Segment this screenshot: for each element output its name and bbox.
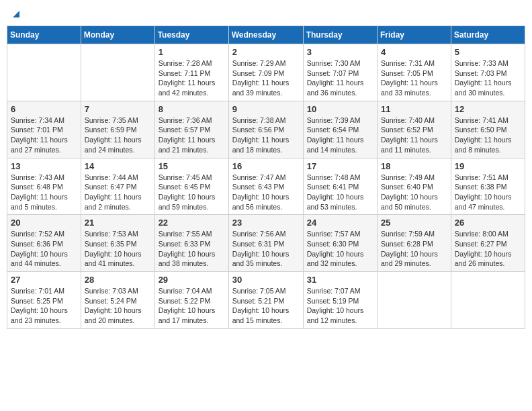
day-info: Sunrise: 7:33 AMSunset: 7:03 PMDaylight:… [455, 58, 521, 98]
calendar-cell: 26Sunrise: 8:00 AMSunset: 6:27 PMDayligh… [451, 215, 525, 272]
calendar-cell: 16Sunrise: 7:47 AMSunset: 6:43 PMDayligh… [228, 158, 303, 215]
calendar-cell: 6Sunrise: 7:34 AMSunset: 7:01 PMDaylight… [7, 101, 81, 158]
calendar-week-row: 13Sunrise: 7:43 AMSunset: 6:48 PMDayligh… [7, 158, 525, 215]
day-number: 16 [232, 161, 300, 171]
day-number: 28 [85, 275, 151, 285]
logo [9, 9, 22, 20]
day-info: Sunrise: 7:43 AMSunset: 6:48 PMDaylight:… [11, 173, 77, 212]
day-number: 4 [381, 47, 447, 57]
day-info: Sunrise: 7:38 AMSunset: 6:56 PMDaylight:… [232, 116, 300, 155]
day-number: 1 [159, 47, 225, 57]
weekday-header-tuesday: Tuesday [154, 26, 228, 44]
day-number: 14 [85, 161, 151, 171]
day-info: Sunrise: 7:55 AMSunset: 6:33 PMDaylight:… [159, 229, 225, 269]
day-info: Sunrise: 7:31 AMSunset: 7:05 PMDaylight:… [381, 58, 447, 98]
calendar-week-row: 27Sunrise: 7:01 AMSunset: 5:25 PMDayligh… [7, 272, 525, 329]
calendar-cell: 24Sunrise: 7:57 AMSunset: 6:30 PMDayligh… [303, 215, 377, 272]
calendar-cell: 21Sunrise: 7:53 AMSunset: 6:35 PMDayligh… [81, 215, 154, 272]
day-info: Sunrise: 7:07 AMSunset: 5:19 PMDaylight:… [307, 286, 373, 326]
day-info: Sunrise: 7:28 AMSunset: 7:11 PMDaylight:… [159, 58, 225, 98]
day-info: Sunrise: 7:36 AMSunset: 6:57 PMDaylight:… [159, 116, 225, 155]
calendar-cell [378, 272, 451, 329]
day-info: Sunrise: 7:59 AMSunset: 6:28 PMDaylight:… [381, 229, 447, 269]
calendar-cell: 7Sunrise: 7:35 AMSunset: 6:59 PMDaylight… [81, 101, 154, 158]
day-info: Sunrise: 7:29 AMSunset: 7:09 PMDaylight:… [232, 58, 300, 98]
calendar-cell: 10Sunrise: 7:39 AMSunset: 6:54 PMDayligh… [303, 101, 377, 158]
day-info: Sunrise: 7:30 AMSunset: 7:07 PMDaylight:… [307, 58, 373, 98]
svg-marker-0 [13, 11, 19, 17]
day-info: Sunrise: 7:40 AMSunset: 6:52 PMDaylight:… [381, 116, 447, 155]
day-number: 17 [307, 161, 373, 171]
day-info: Sunrise: 7:53 AMSunset: 6:35 PMDaylight:… [85, 229, 151, 269]
calendar-cell: 15Sunrise: 7:45 AMSunset: 6:45 PMDayligh… [154, 158, 228, 215]
calendar-cell: 19Sunrise: 7:51 AMSunset: 6:38 PMDayligh… [451, 158, 525, 215]
calendar-cell [81, 44, 154, 101]
page-header [7, 7, 525, 20]
day-number: 29 [159, 275, 225, 285]
day-number: 18 [381, 161, 447, 171]
calendar-cell: 12Sunrise: 7:41 AMSunset: 6:50 PMDayligh… [451, 101, 525, 158]
day-number: 3 [307, 47, 373, 57]
day-number: 24 [307, 218, 373, 228]
calendar-header-row: SundayMondayTuesdayWednesdayThursdayFrid… [7, 26, 525, 44]
day-number: 13 [11, 161, 77, 171]
day-number: 8 [159, 104, 225, 114]
calendar-cell: 14Sunrise: 7:44 AMSunset: 6:47 PMDayligh… [81, 158, 154, 215]
day-info: Sunrise: 7:44 AMSunset: 6:47 PMDaylight:… [85, 173, 151, 212]
calendar-cell: 31Sunrise: 7:07 AMSunset: 5:19 PMDayligh… [303, 272, 377, 329]
day-info: Sunrise: 7:52 AMSunset: 6:36 PMDaylight:… [11, 229, 77, 269]
day-number: 31 [307, 275, 373, 285]
calendar-cell: 8Sunrise: 7:36 AMSunset: 6:57 PMDaylight… [154, 101, 228, 158]
calendar-cell: 20Sunrise: 7:52 AMSunset: 6:36 PMDayligh… [7, 215, 81, 272]
day-number: 26 [455, 218, 521, 228]
day-number: 5 [455, 47, 521, 57]
calendar-cell [7, 44, 81, 101]
day-number: 12 [455, 104, 521, 114]
day-info: Sunrise: 7:57 AMSunset: 6:30 PMDaylight:… [307, 229, 373, 269]
weekday-header-sunday: Sunday [7, 26, 81, 44]
day-number: 7 [85, 104, 151, 114]
weekday-header-friday: Friday [378, 26, 451, 44]
calendar-cell: 9Sunrise: 7:38 AMSunset: 6:56 PMDaylight… [228, 101, 303, 158]
day-number: 23 [232, 218, 300, 228]
day-info: Sunrise: 7:03 AMSunset: 5:24 PMDaylight:… [85, 286, 151, 326]
logo-triangle-icon [10, 8, 22, 20]
calendar-cell: 3Sunrise: 7:30 AMSunset: 7:07 PMDaylight… [303, 44, 377, 101]
calendar-cell: 17Sunrise: 7:48 AMSunset: 6:41 PMDayligh… [303, 158, 377, 215]
day-number: 20 [11, 218, 77, 228]
day-number: 15 [159, 161, 225, 171]
calendar-cell: 11Sunrise: 7:40 AMSunset: 6:52 PMDayligh… [378, 101, 451, 158]
calendar-cell: 30Sunrise: 7:05 AMSunset: 5:21 PMDayligh… [228, 272, 303, 329]
calendar-cell [451, 272, 525, 329]
day-number: 11 [381, 104, 447, 114]
day-info: Sunrise: 7:56 AMSunset: 6:31 PMDaylight:… [232, 229, 300, 269]
day-info: Sunrise: 7:45 AMSunset: 6:45 PMDaylight:… [159, 173, 225, 212]
calendar-cell: 22Sunrise: 7:55 AMSunset: 6:33 PMDayligh… [154, 215, 228, 272]
calendar-week-row: 20Sunrise: 7:52 AMSunset: 6:36 PMDayligh… [7, 215, 525, 272]
day-number: 27 [11, 275, 77, 285]
day-info: Sunrise: 7:34 AMSunset: 7:01 PMDaylight:… [11, 116, 77, 155]
calendar-week-row: 1Sunrise: 7:28 AMSunset: 7:11 PMDaylight… [7, 44, 525, 101]
weekday-header-thursday: Thursday [303, 26, 377, 44]
calendar-cell: 28Sunrise: 7:03 AMSunset: 5:24 PMDayligh… [81, 272, 154, 329]
day-number: 21 [85, 218, 151, 228]
day-info: Sunrise: 7:39 AMSunset: 6:54 PMDaylight:… [307, 116, 373, 155]
day-number: 9 [232, 104, 300, 114]
weekday-header-monday: Monday [81, 26, 154, 44]
calendar-cell: 5Sunrise: 7:33 AMSunset: 7:03 PMDaylight… [451, 44, 525, 101]
day-info: Sunrise: 7:41 AMSunset: 6:50 PMDaylight:… [455, 116, 521, 155]
calendar-cell: 18Sunrise: 7:49 AMSunset: 6:40 PMDayligh… [378, 158, 451, 215]
calendar-cell: 13Sunrise: 7:43 AMSunset: 6:48 PMDayligh… [7, 158, 81, 215]
weekday-header-saturday: Saturday [451, 26, 525, 44]
day-number: 30 [232, 275, 300, 285]
day-number: 10 [307, 104, 373, 114]
day-number: 2 [232, 47, 300, 57]
calendar-table: SundayMondayTuesdayWednesdayThursdayFrid… [7, 26, 525, 329]
day-info: Sunrise: 7:01 AMSunset: 5:25 PMDaylight:… [11, 286, 77, 326]
calendar-cell: 4Sunrise: 7:31 AMSunset: 7:05 PMDaylight… [378, 44, 451, 101]
day-info: Sunrise: 7:04 AMSunset: 5:22 PMDaylight:… [159, 286, 225, 326]
day-info: Sunrise: 7:49 AMSunset: 6:40 PMDaylight:… [381, 173, 447, 212]
weekday-header-wednesday: Wednesday [228, 26, 303, 44]
day-info: Sunrise: 7:48 AMSunset: 6:41 PMDaylight:… [307, 173, 373, 212]
day-number: 25 [381, 218, 447, 228]
